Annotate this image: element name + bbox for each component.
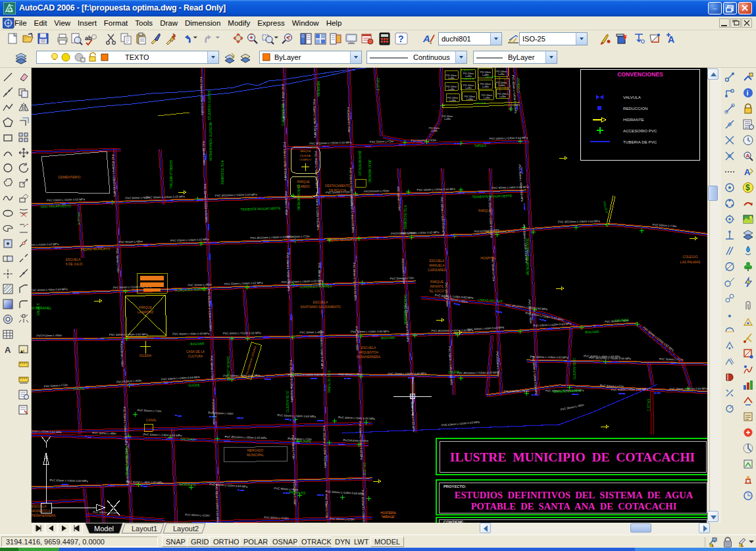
svg-text:JULIO MORENO: JULIO MORENO	[368, 160, 371, 183]
svg-text:A: A	[422, 33, 430, 44]
svg-text:PARQUE: PARQUE	[139, 306, 152, 309]
svg-text:!: !	[711, 543, 713, 548]
svg-text:10 DE AGOSTO: 10 DE AGOSTO	[572, 357, 576, 380]
svg-text:ARQUESTOA: ARQUESTOA	[359, 351, 379, 354]
svg-text:BOLIVAR: BOLIVAR	[585, 330, 599, 334]
svg-text:L=48m: L=48m	[484, 97, 490, 99]
svg-text:GABRIELA MISTRAL: GABRIELA MISTRAL	[169, 160, 172, 189]
svg-text:PROYECTO:: PROYECTO:	[443, 485, 466, 488]
svg-text:ACCESORIO PVC: ACCESORIO PVC	[623, 128, 657, 133]
svg-text:MUNICIPAL: MUNICIPAL	[247, 454, 264, 457]
svg-text:CALLE 5: CALLE 5	[37, 303, 40, 315]
svg-text:8 DE DICIEMBRE: 8 DE DICIEMBRE	[403, 205, 407, 229]
svg-text:TANQUE: TANQUE	[299, 149, 311, 153]
svg-text:A: A	[744, 167, 751, 177]
svg-text:"MIRAGE": "MIRAGE"	[381, 515, 395, 519]
svg-text:IMBABURA: IMBABURA	[316, 81, 320, 97]
svg-text:PVC 63mm L=110m 0.63 MPa: PVC 63mm L=110m 0.63 MPa	[288, 373, 327, 377]
svg-text:CASA DE LA: CASA DE LA	[186, 350, 205, 354]
svg-text:ESCUELA: ESCUELA	[361, 346, 376, 350]
svg-text:ESCUELA: ESCUELA	[66, 258, 81, 261]
svg-text:SANTISIMO SACRAMENTO: SANTISIMO SACRAMENTO	[300, 305, 341, 309]
svg-text:GARCIA LORENZ: GARCIA LORENZ	[226, 356, 230, 380]
svg-text:L=48m: L=48m	[482, 86, 489, 88]
svg-text:PARQUE: PARQUE	[478, 209, 491, 213]
svg-text:10 DE AGOSTO: 10 DE AGOSTO	[286, 390, 289, 413]
svg-text:A: A	[746, 153, 750, 159]
svg-text:ESCUELA: ESCUELA	[313, 301, 328, 304]
svg-text:9 DE OCTUBRE: 9 DE OCTUBRE	[327, 371, 330, 393]
svg-text:DESTACAMENTO: DESTACAMENTO	[325, 184, 350, 188]
svg-text:CALLE Q: CALLE Q	[463, 77, 474, 81]
svg-text:A: A	[5, 345, 11, 355]
svg-text:SALINAS: SALINAS	[615, 318, 629, 323]
svg-text:CALLE O: CALLE O	[461, 68, 472, 72]
svg-text:Layout1: Layout1	[132, 525, 157, 533]
svg-text:PEÑAHERRERA: PEÑAHERRERA	[32, 513, 56, 517]
svg-text:CANAL: CANAL	[146, 419, 157, 422]
svg-text:ESCUELA: ESCUELA	[32, 505, 47, 508]
svg-text:PVC 50mm L=72m: PVC 50mm L=72m	[659, 357, 684, 361]
svg-text:CONVENCIONES: CONVENCIONES	[617, 71, 663, 78]
svg-text:SUCRE: SUCRE	[73, 386, 85, 391]
svg-text:CALLE B: CALLE B	[363, 463, 366, 475]
svg-text:BOLIVAR: BOLIVAR	[190, 342, 205, 346]
svg-text:PVC 40mm L=66m 0.63 MPa: PVC 40mm L=66m 0.63 MPa	[172, 332, 210, 336]
svg-text:?: ?	[398, 34, 404, 44]
svg-text:HOSTERIA: HOSTERIA	[380, 512, 396, 515]
svg-text:ILUSTRE MUNICIPIO DE COTACA: ILUSTRE MUNICIPIO DE COTACACHI	[450, 450, 695, 464]
svg-text:$: $	[745, 183, 750, 192]
svg-text:POTABLE DE SANTA ANA DE C: POTABLE DE SANTA ANA DE COTACACHI	[471, 501, 677, 512]
svg-text:MANUELA: MANUELA	[429, 264, 445, 267]
svg-text:LAS PALMAS: LAS PALMAS	[680, 260, 701, 264]
svg-text:PVCH10mm L=93m: PVCH10mm L=93m	[503, 390, 529, 394]
svg-text:DE POLICIA: DE POLICIA	[329, 189, 347, 192]
svg-text:L=48m: L=48m	[499, 95, 506, 98]
svg-text:JUAN MONTALVO: JUAN MONTALVO	[358, 151, 361, 176]
svg-text:SUCRE: SUCRE	[448, 370, 460, 375]
svg-text:PVC 50mm L=72m: PVC 50mm L=72m	[291, 435, 295, 459]
svg-text:L=48m: L=48m	[466, 98, 473, 101]
svg-text:DARIO ECHEVERRIA: DARIO ECHEVERRIA	[403, 294, 407, 325]
svg-text:PVC 40mm L=66m 0.63 MPa: PVC 40mm L=66m 0.63 MPa	[584, 355, 621, 359]
svg-text:ASOCIACION: ASOCIACION	[498, 77, 501, 92]
svg-text:ESCUELA: ESCUELA	[430, 259, 445, 263]
svg-text:L=48m: L=48m	[465, 87, 472, 90]
svg-text:PARQUE: PARQUE	[297, 180, 309, 184]
svg-text:LA MATRIZ: LA MATRIZ	[138, 311, 154, 314]
svg-text:i: i	[747, 89, 749, 97]
svg-text:10 DE AGOSTO: 10 DE AGOSTO	[281, 104, 284, 126]
svg-text:PVCH10mm L=93m: PVCH10mm L=93m	[36, 334, 62, 337]
svg-text:CALLE 2: CALLE 2	[376, 78, 380, 91]
svg-text:TARQUI: TARQUI	[474, 144, 487, 148]
svg-text:L=48m: L=48m	[431, 130, 438, 132]
svg-text:L=48m: L=48m	[444, 118, 451, 120]
svg-text:MODESTO PEÑAHERRERA: MODESTO PEÑAHERRERA	[209, 122, 213, 161]
svg-text:SEGUNDO LUIS MORENO: SEGUNDO LUIS MORENO	[526, 238, 529, 276]
svg-text:PVC Ø110mm L=150m 0.63 MPa: PVC Ø110mm L=150m 0.63 MPa	[457, 371, 499, 375]
svg-text:PVCH10mm L=93m: PVCH10mm L=93m	[411, 138, 437, 142]
svg-text:PVC 90mm L=85m: PVC 90mm L=85m	[284, 192, 288, 216]
svg-text:MERCADO: MERCADO	[247, 449, 264, 452]
svg-text:IGLESIA: IGLESIA	[139, 354, 152, 357]
svg-text:HOSPITAL: HOSPITAL	[480, 257, 496, 260]
svg-text:CEMENTERIO: CEMENTERIO	[58, 175, 81, 179]
svg-text:SDO PEÑAFIEL: SDO PEÑAFIEL	[32, 306, 51, 310]
svg-text:GONZALO: GONZALO	[517, 78, 520, 93]
svg-text:CABUYAL: CABUYAL	[503, 79, 507, 90]
svg-text:4 DE DICIEMBRE: 4 DE DICIEMBRE	[220, 160, 224, 184]
svg-text:"EL COCO": "EL COCO"	[429, 290, 445, 293]
svg-text:PVC 90mm L=85m: PVC 90mm L=85m	[339, 373, 363, 376]
svg-text:!: !	[741, 543, 742, 548]
svg-text:MODESTO A.: MODESTO A.	[32, 510, 51, 513]
svg-text:L=48m: L=48m	[448, 77, 455, 80]
svg-text:CALLE 1: CALLE 1	[647, 399, 650, 411]
svg-text:COLEGIO: COLEGIO	[683, 255, 698, 259]
svg-text:SALINAS: SALINAS	[180, 437, 195, 442]
svg-text:PVC 40mm L=66m 0.63 MPa: PVC 40mm L=66m 0.63 MPa	[611, 388, 649, 392]
svg-text:IGLESIA: IGLESIA	[300, 154, 311, 157]
svg-text:PVC 63mm L=110m 0.63 MPa: PVC 63mm L=110m 0.63 MPa	[223, 331, 262, 335]
svg-text:CULTURA: CULTURA	[188, 355, 203, 358]
svg-text:GARCIA MORENO: GARCIA MORENO	[297, 184, 300, 211]
svg-text:OLMEDO: OLMEDO	[299, 158, 312, 161]
